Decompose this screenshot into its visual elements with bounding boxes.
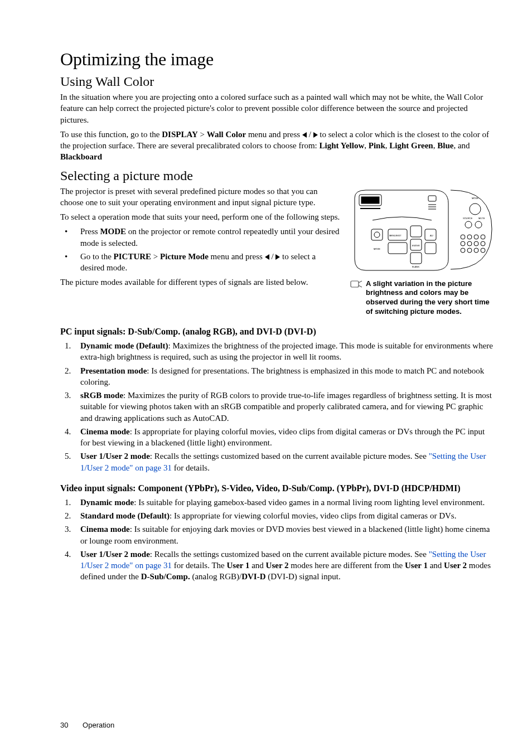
list-item: 3.Cinema mode: Is suitable for enjoying …: [80, 524, 493, 546]
note: A slight variation in the picture bright…: [350, 279, 493, 317]
right-arrow-icon: [275, 254, 280, 260]
paragraph: The picture modes available for differen…: [60, 277, 340, 288]
left-arrow-icon: [302, 132, 307, 138]
heading-picture-mode: Selecting a picture mode: [60, 168, 493, 183]
note-icon: [350, 279, 362, 290]
footer-section: Operation: [83, 721, 114, 729]
page-number: 30: [60, 721, 68, 729]
left-arrow-icon: [265, 254, 269, 260]
svg-rect-11: [410, 253, 422, 264]
list-item: 3.sRGB mode: Maximizes the purity of RGB…: [80, 390, 493, 424]
svg-point-18: [474, 235, 478, 239]
svg-rect-10: [425, 243, 436, 254]
list-item: 5.User 1/User 2 mode: Recalls the settin…: [80, 450, 493, 473]
svg-text:BLANK: BLANK: [412, 265, 419, 268]
svg-text:MUTE: MUTE: [478, 217, 485, 220]
svg-point-26: [474, 248, 478, 253]
list-item: 1.Dynamic mode (Default): Maximizes the …: [80, 340, 493, 363]
paragraph: The projector is preset with several pre…: [60, 186, 340, 209]
svg-point-22: [474, 241, 478, 246]
svg-point-25: [467, 248, 472, 253]
svg-point-20: [461, 241, 465, 246]
svg-text:SOURCE: SOURCE: [463, 217, 472, 220]
svg-point-17: [467, 235, 472, 239]
svg-text:MENU/EXIT: MENU/EXIT: [389, 234, 402, 237]
svg-point-24: [461, 248, 465, 253]
heading-pc-signals: PC input signals: D-Sub/Comp. (analog RG…: [60, 327, 493, 337]
list-item: Press MODE on the projector or remote co…: [80, 226, 340, 249]
svg-text:MODE: MODE: [374, 248, 380, 250]
svg-text:MODE: MODE: [472, 197, 478, 200]
right-arrow-icon: [313, 132, 318, 138]
list-item: 4.Cinema mode: Is appropriate for playin…: [80, 426, 493, 449]
svg-rect-12: [428, 196, 436, 201]
device-diagram: MENU/EXIT AU MODE ENTER BLANK MODE SOURC…: [350, 186, 493, 274]
svg-point-4: [374, 232, 380, 238]
svg-rect-1: [361, 197, 379, 203]
paragraph: To use this function, go to the DISPLAY …: [60, 129, 493, 163]
svg-point-27: [481, 248, 485, 253]
paragraph: To select a operation mode that suits yo…: [60, 211, 340, 222]
list-item: 2.Presentation mode: Is designed for pre…: [80, 365, 493, 388]
paragraph: In the situation where you are projectin…: [60, 91, 493, 125]
list-item: Go to the PICTURE > Picture Mode menu an…: [80, 251, 340, 274]
svg-rect-36: [351, 281, 359, 287]
svg-point-19: [481, 235, 485, 239]
list-item: 4.User 1/User 2 mode: Recalls the settin…: [80, 549, 493, 583]
svg-rect-3: [371, 229, 383, 240]
svg-point-16: [461, 235, 465, 239]
svg-point-14: [465, 221, 472, 228]
svg-text:ENTER: ENTER: [412, 244, 420, 247]
svg-text:AU: AU: [430, 234, 433, 237]
svg-rect-6: [410, 226, 422, 237]
list-item: 2.Standard mode (Default): Is appropriat…: [80, 510, 493, 521]
page-title: Optimizing the image: [60, 49, 493, 70]
note-text: A slight variation in the picture bright…: [366, 279, 493, 317]
svg-point-15: [475, 221, 482, 228]
svg-point-23: [481, 241, 485, 246]
list-item: 1.Dynamic mode: Is suitable for playing …: [80, 497, 493, 508]
heading-wall-color: Using Wall Color: [60, 74, 493, 89]
page-footer: 30 Operation: [60, 721, 114, 729]
heading-video-signals: Video input signals: Component (YPbPr), …: [60, 483, 493, 493]
svg-point-13: [470, 203, 481, 215]
svg-rect-8: [388, 243, 407, 254]
svg-rect-2: [360, 208, 380, 209]
svg-point-21: [467, 241, 472, 246]
